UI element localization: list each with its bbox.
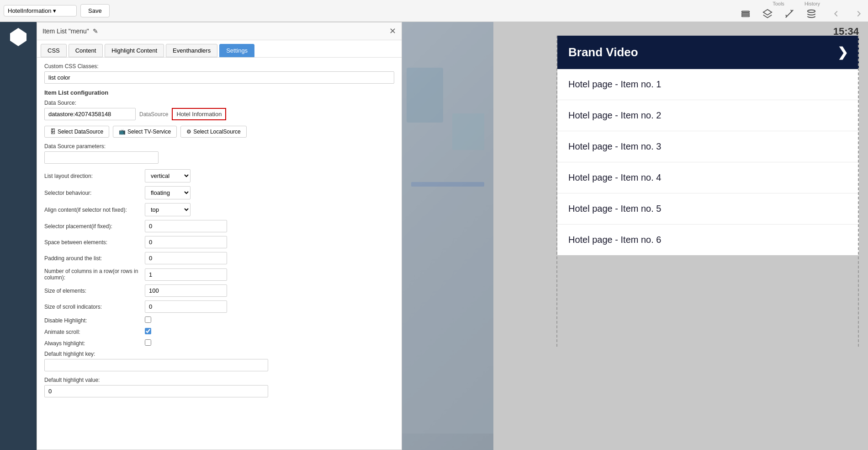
- size-elements-label: Size of elements:: [44, 288, 145, 294]
- preview-menu: Brand Video ❯ Hotel page - Item no. 1 Ho…: [557, 36, 859, 255]
- space-between-input[interactable]: [145, 236, 227, 248]
- custom-css-input[interactable]: [44, 71, 394, 84]
- animate-scroll-label: Animate scroll:: [44, 329, 145, 335]
- animate-scroll-row: Animate scroll:: [44, 328, 394, 336]
- tool-stack-icon[interactable]: [800, 6, 822, 21]
- align-content-select[interactable]: top center bottom: [145, 203, 191, 216]
- dialog-body: Custom CSS Classes: Item List configurat…: [37, 58, 402, 450]
- layout-direction-label: List layout direction:: [44, 173, 145, 179]
- disable-highlight-control: [145, 316, 394, 324]
- svg-rect-11: [411, 182, 484, 187]
- preview-area: 15:34 Brand Video ❯ Hotel page - Item no…: [402, 22, 868, 450]
- datasource-input[interactable]: [44, 108, 136, 120]
- default-value-group: Default highlight value:: [44, 377, 394, 397]
- left-sidebar: A: [0, 22, 37, 450]
- datasource-row: DataSource Hotel Information: [44, 108, 394, 120]
- tv-icon: 📺: [119, 129, 126, 135]
- item-list-dialog: Item List "menu" ✎ ✕ CSS Content Highlig…: [37, 22, 402, 450]
- space-between-label: Space between elements:: [44, 239, 145, 246]
- list-item: Hotel page - Item no. 5: [557, 193, 859, 225]
- hotel-background: [402, 22, 493, 450]
- disable-highlight-row: Disable Highlight:: [44, 316, 394, 324]
- size-elements-input[interactable]: [145, 284, 227, 297]
- history-label: History: [789, 1, 835, 6]
- disable-highlight-checkbox[interactable]: [145, 316, 151, 323]
- align-content-control: top center bottom: [145, 203, 394, 216]
- always-highlight-row: Always highlight:: [44, 339, 394, 347]
- space-between-control: [145, 236, 394, 248]
- history-forward-icon[interactable]: [850, 6, 868, 21]
- project-dropdown[interactable]: HotelInformation ▾: [4, 5, 77, 16]
- always-highlight-label: Always highlight:: [44, 340, 145, 347]
- selector-behaviour-select[interactable]: floating fixed none: [145, 186, 191, 199]
- history-back-icon[interactable]: [822, 6, 850, 21]
- datasource-label: Data Source:: [44, 100, 394, 106]
- params-group: Data Source parameters:: [44, 143, 394, 164]
- tool-layers-icon[interactable]: [735, 6, 757, 21]
- action-buttons: 🗄 Select DataSource 📺 Select TV-Service …: [44, 126, 394, 138]
- layout-direction-select[interactable]: vertical horizontal: [145, 169, 191, 182]
- preview-header-title: Brand Video: [568, 45, 638, 59]
- tool-wand-icon[interactable]: [778, 6, 800, 21]
- dialog-tabs: CSS Content Highlight Content Eventhandl…: [37, 40, 402, 58]
- selector-behaviour-row: Selector behaviour: floating fixed none: [44, 186, 394, 199]
- tab-settings[interactable]: Settings: [219, 44, 254, 57]
- padding-label: Padding around the list:: [44, 255, 145, 262]
- custom-css-group: Custom CSS Classes:: [44, 63, 394, 84]
- default-value-input[interactable]: [44, 385, 268, 397]
- svg-rect-2: [742, 16, 750, 17]
- align-content-row: Align content(if selector not fixed): to…: [44, 203, 394, 216]
- preview-list: Hotel page - Item no. 1 Hotel page - Ite…: [557, 69, 859, 255]
- animate-scroll-control: [145, 328, 394, 336]
- default-value-label: Default highlight value:: [44, 377, 394, 383]
- preview-border-right: [858, 36, 859, 347]
- save-button[interactable]: Save: [80, 4, 110, 17]
- list-item: Hotel page - Item no. 3: [557, 131, 859, 162]
- params-input[interactable]: [44, 151, 159, 164]
- padding-input[interactable]: [145, 252, 227, 264]
- selector-placement-input[interactable]: [145, 220, 227, 232]
- layout-direction-control: vertical horizontal: [145, 169, 394, 182]
- tab-highlight-content[interactable]: Highlight Content: [105, 44, 164, 57]
- num-columns-label: Number of columns in a row(or rows in co…: [44, 268, 145, 281]
- preview-header: Brand Video ❯: [557, 36, 859, 69]
- svg-rect-1: [742, 13, 750, 15]
- preview-border-left: [556, 36, 557, 347]
- size-scroll-label: Size of scroll indicators:: [44, 304, 145, 310]
- svg-marker-3: [763, 10, 772, 15]
- num-columns-input[interactable]: [145, 268, 227, 281]
- animate-scroll-checkbox[interactable]: [145, 328, 151, 334]
- size-scroll-control: [145, 300, 394, 313]
- selector-placement-control: [145, 220, 394, 232]
- default-key-group: Default highlight key:: [44, 351, 394, 371]
- tool-layers2-icon[interactable]: [757, 6, 778, 21]
- tab-eventhandlers[interactable]: Eventhandlers: [166, 44, 217, 57]
- database-icon: 🗄: [50, 129, 56, 135]
- brand-logo: A: [7, 26, 30, 48]
- always-highlight-checkbox[interactable]: [145, 339, 151, 346]
- pencil-icon[interactable]: ✎: [93, 27, 98, 35]
- select-localsource-button[interactable]: ⚙ Select LocalSource: [180, 126, 246, 138]
- default-key-input[interactable]: [44, 359, 268, 371]
- dialog-title: Item List "menu" ✎: [42, 27, 98, 35]
- params-label: Data Source parameters:: [44, 143, 394, 150]
- padding-control: [145, 252, 394, 264]
- list-item: Hotel page - Item no. 6: [557, 225, 859, 255]
- dialog-titlebar: Item List "menu" ✎ ✕: [37, 22, 402, 40]
- dialog-close-button[interactable]: ✕: [389, 26, 396, 36]
- layout-direction-row: List layout direction: vertical horizont…: [44, 169, 394, 182]
- size-scroll-input[interactable]: [145, 300, 227, 313]
- selector-placement-label: Selector placement(if fixed):: [44, 223, 145, 230]
- svg-rect-9: [407, 68, 443, 123]
- svg-rect-10: [452, 113, 484, 150]
- disable-highlight-label: Disable Highlight:: [44, 317, 145, 324]
- tab-content[interactable]: Content: [69, 44, 103, 57]
- svg-rect-0: [742, 11, 750, 13]
- svg-point-5: [808, 10, 815, 13]
- default-key-label: Default highlight key:: [44, 351, 394, 357]
- select-datasource-button[interactable]: 🗄 Select DataSource: [44, 126, 109, 138]
- space-between-row: Space between elements:: [44, 236, 394, 248]
- tab-css[interactable]: CSS: [41, 44, 67, 57]
- align-content-label: Align content(if selector not fixed):: [44, 207, 145, 213]
- select-tvservice-button[interactable]: 📺 Select TV-Service: [113, 126, 177, 138]
